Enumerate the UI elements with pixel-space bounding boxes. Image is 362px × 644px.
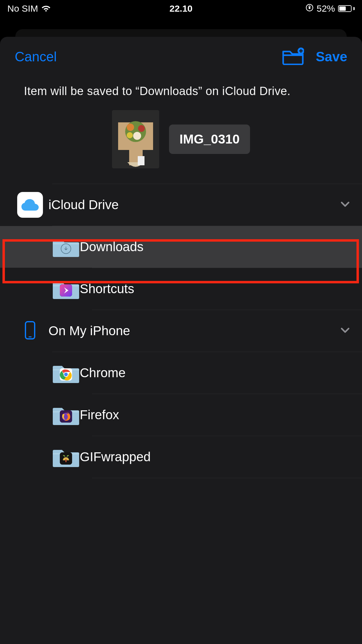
folder-label: GIFwrapped (80, 450, 151, 464)
chevron-down-icon (340, 325, 350, 337)
iphone-icon (25, 321, 36, 341)
cancel-button[interactable]: Cancel (15, 49, 57, 64)
file-preview: IMG_0310 (0, 110, 362, 182)
folder-chrome[interactable]: Chrome (0, 352, 362, 394)
new-folder-icon[interactable] (282, 47, 304, 66)
icloud-icon (17, 192, 43, 218)
folder-label: Downloads (80, 240, 144, 254)
folder-shortcuts[interactable]: Shortcuts (0, 268, 362, 310)
svg-rect-21 (65, 459, 67, 462)
battery-pct-label: 52% (317, 3, 335, 14)
folder-icon (53, 447, 79, 467)
location-on-my-iphone[interactable]: On My iPhone (0, 310, 362, 352)
download-arrow-icon (61, 243, 71, 254)
folder-icon (53, 279, 79, 299)
folder-icon (53, 405, 79, 425)
svg-point-8 (133, 132, 141, 140)
location-label: On My iPhone (48, 324, 130, 338)
svg-point-7 (138, 125, 145, 132)
svg-rect-14 (29, 336, 32, 337)
wifi-icon (41, 3, 51, 14)
chevron-down-icon (340, 199, 350, 211)
carrier-label: No SIM (7, 3, 38, 14)
folder-icon (53, 363, 79, 383)
file-thumbnail (112, 110, 159, 168)
save-destination-text: Item will be saved to “Downloads” on iCl… (0, 66, 362, 110)
gifwrapped-app-icon (60, 452, 72, 465)
location-list: iCloud Drive Downloads (0, 184, 362, 478)
clock-label: 22.10 (169, 3, 192, 14)
firefox-app-icon (60, 410, 72, 423)
save-sheet: Cancel Save Item will be saved to “Downl… (0, 37, 362, 644)
svg-rect-13 (25, 322, 35, 339)
folder-label: Firefox (80, 408, 119, 422)
folder-firefox[interactable]: Firefox (0, 394, 362, 436)
sheet-header: Cancel Save (0, 47, 362, 66)
folder-icon (53, 237, 79, 257)
save-button[interactable]: Save (316, 49, 347, 64)
svg-rect-11 (138, 156, 144, 165)
svg-point-9 (127, 132, 133, 138)
folder-gifwrapped[interactable]: GIFwrapped (0, 436, 362, 478)
folder-label: Shortcuts (80, 282, 134, 296)
chrome-app-icon (60, 368, 72, 381)
location-icloud-drive[interactable]: iCloud Drive (0, 184, 362, 226)
status-bar: No SIM 22.10 52% (0, 0, 362, 17)
svg-point-6 (127, 124, 134, 131)
battery-icon (338, 5, 355, 12)
svg-rect-1 (309, 7, 310, 9)
folder-downloads[interactable]: Downloads (0, 226, 362, 268)
shortcuts-app-icon (60, 284, 72, 297)
location-label: iCloud Drive (48, 197, 119, 212)
filename-field[interactable]: IMG_0310 (169, 125, 250, 154)
orientation-lock-icon (306, 4, 314, 13)
folder-label: Chrome (80, 366, 125, 380)
